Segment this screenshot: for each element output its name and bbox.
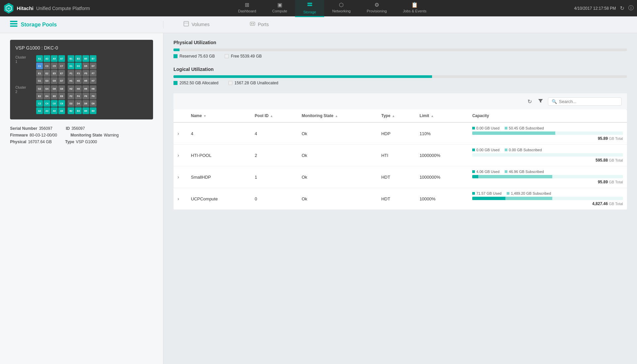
refresh-button[interactable]: ↻ [526,97,533,106]
provisioning-icon: ⚙ [374,2,379,8]
cell-monitoring: Ok [298,188,377,210]
top-nav: H Hitachi Unified Compute Platform ⊞ Das… [0,0,637,16]
disk-D8: D8 [90,100,96,107]
storage-pools-icon [10,21,17,28]
col-limit[interactable]: Limit ▴ [416,109,469,122]
logical-utilization: Logical Utilization 2052.50 GB Allocated… [173,67,627,85]
serial-value: 356097 [39,126,52,131]
tab-ports[interactable]: Ports [230,16,289,33]
product-name: Unified Compute Platform [36,6,90,11]
col-pool-id[interactable]: Pool ID ▴ [251,109,298,122]
disk-D6: D6 [82,100,89,107]
disk-A6: A6 [51,107,58,114]
expand-row-btn[interactable]: › [178,196,179,201]
logical-util-legend: 2052.50 GB Allocated 1567.28 GB Unalloca… [173,81,627,85]
nav-networking[interactable]: ⬡ Networking [324,0,359,17]
disk-H4: H4 [75,85,82,92]
table-controls: ↻ 🔍 [173,93,627,109]
nav-provisioning[interactable]: ⚙ Provisioning [359,0,395,17]
disk-H7: H7 [90,77,96,84]
disk-A8: A8 [58,107,65,114]
search-icon: 🔍 [552,99,557,104]
expand-row-btn[interactable]: › [178,153,179,158]
user-icon[interactable]: ⓘ [628,5,634,12]
nav-dashboard[interactable]: ⊞ Dashboard [230,0,264,17]
disk-E2: E2 [44,70,50,77]
refresh-icon[interactable]: ↻ [620,5,624,11]
disk-C1: C1 [36,63,43,69]
cell-monitoring: Ok [298,145,377,166]
cell-capacity: 4.06 GB Used 46.96 GB Subscribed 95.89 G… [468,166,627,188]
cell-capacity: 0.00 GB Used 50.45 GB Subscribed 95.89 G… [468,122,627,145]
device-title: VSP G1000 : DKC-0 [15,45,148,51]
id-label: ID [66,126,70,131]
disk-D7: D7 [90,63,96,69]
expand-row-btn[interactable]: › [178,131,179,136]
disk-B5: B5 [82,55,89,62]
table-section: Name ▾ Pool ID ▴ Monitoring State ▴ Type… [173,109,627,210]
cell-limit: 10000% [416,188,469,210]
cell-capacity: 0.00 GB Used 0.00 GB Subscribed 595.88 G… [468,145,627,166]
tab-volumes[interactable]: Volumes [163,16,230,33]
cell-type: HDT [377,188,415,210]
disk-B1: B1 [68,55,74,62]
main-content: VSP G1000 : DKC-0 Cluster1 A1 A3 A5 A7 B… [0,33,637,364]
physical-util-bar [173,49,627,51]
disk-H2: H2 [68,85,74,92]
unallocated-label: 1567.28 GB Unallocated [234,81,278,85]
sub-tabs: Volumes Ports [163,16,637,33]
disk-E8: E8 [58,93,65,99]
free-label: Free 5539.49 GB [231,54,262,59]
disk-E2b: E2 [36,93,43,99]
disk-B8: B8 [90,107,96,114]
disk-G3: G3 [44,77,50,84]
firmware-value: 80-03-12-00/00 [29,133,57,138]
disk-C6: C6 [51,100,58,107]
sidebar-title: Storage Pools [21,22,57,28]
sub-header: Storage Pools Volumes Ports [0,16,637,33]
svg-rect-4 [10,21,17,22]
disk-E1: E1 [36,70,43,77]
cell-limit: 110% [416,122,469,145]
disk-A4: A4 [44,107,50,114]
logo-area: H Hitachi Unified Compute Platform [3,3,90,14]
cell-pool-id: 1 [251,166,298,188]
disk-B7: B7 [90,55,96,62]
disk-B4: B4 [75,107,82,114]
svg-rect-11 [253,23,254,24]
logo-icon: H [3,3,14,14]
disk-C7: C7 [58,63,65,69]
firmware-label: Firmware [10,133,28,138]
storage-pools-table: Name ▾ Pool ID ▴ Monitoring State ▴ Type… [173,109,627,210]
nav-jobs-events[interactable]: 📋 Jobs & Events [395,0,434,17]
nav-storage[interactable]: Storage [295,0,324,17]
filter-button[interactable] [537,97,545,106]
cell-name: UCPCompute [187,188,251,210]
disk-C3: C3 [44,63,50,69]
disk-B3: B3 [75,55,82,62]
search-input[interactable] [559,99,618,104]
table-row: › 4 4 Ok HDP 110% 0.00 GB Used 50.45 GB … [173,122,627,145]
id-value: 356097 [71,126,85,131]
cell-monitoring: Ok [298,122,377,145]
brand-name: Hitachi [17,5,33,11]
reserved-dot [173,54,178,58]
dashboard-icon: ⊞ [245,2,249,8]
disk-C4: C4 [44,100,50,107]
disk-H1: H1 [68,77,74,84]
disk-F4: F4 [75,93,82,99]
col-monitoring[interactable]: Monitoring State ▴ [298,109,377,122]
col-type[interactable]: Type ▴ [377,109,415,122]
physical-value: 16707.64 GB [28,140,52,144]
physical-util-title: Physical Utilization [173,40,627,45]
disk-B6: B6 [82,107,89,114]
expand-row-btn[interactable]: › [178,174,179,180]
disk-F8: F8 [90,93,96,99]
disk-G7: G7 [58,77,65,84]
nav-networking-label: Networking [332,9,351,13]
nav-compute[interactable]: ▣ Compute [264,0,295,17]
free-dot [225,54,229,58]
svg-rect-7 [184,21,189,26]
serial-label: Serial Number [10,126,37,131]
col-name[interactable]: Name ▾ [187,109,251,122]
